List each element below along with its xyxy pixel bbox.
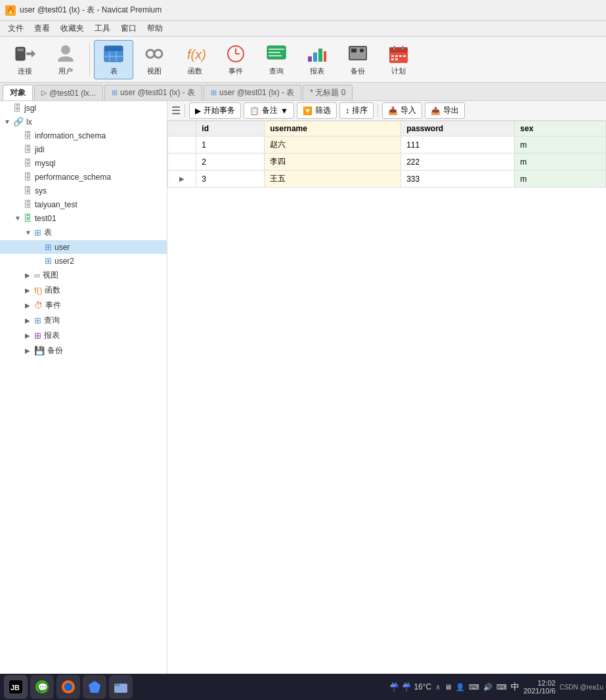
taskbar-firefox[interactable]	[56, 675, 80, 699]
toolbar-function[interactable]: f(x) 函数	[175, 40, 215, 79]
svg-rect-35	[399, 55, 402, 57]
taskbar-lang: 中	[511, 681, 519, 693]
menu-window[interactable]: 窗口	[116, 22, 142, 35]
th-sex[interactable]: sex	[515, 121, 606, 136]
svg-rect-23	[318, 49, 322, 62]
sidebar-item-mysql[interactable]: 🗄 mysql	[0, 156, 167, 170]
sidebar-item-taiyuan-test[interactable]: 🗄 taiyuan_test	[0, 197, 167, 211]
filter-btn[interactable]: 🔽 筛选	[297, 102, 337, 119]
queries-toggle: ▶	[25, 317, 33, 324]
menu-view[interactable]: 查看	[29, 22, 55, 35]
tab-untitled[interactable]: * 无标题 0	[303, 85, 353, 100]
hamburger-menu[interactable]: ☰	[171, 104, 181, 117]
is-label: information_schema	[35, 131, 106, 140]
sidebar-item-events[interactable]: ▶ ⏱ 事件	[0, 298, 167, 313]
svg-point-28	[360, 49, 364, 52]
table-row[interactable]: ▶ 3 王五 333 m	[168, 171, 606, 188]
view-icon	[142, 43, 166, 65]
tab-object[interactable]: 对象	[3, 85, 33, 100]
reports-toggle: ▶	[25, 332, 33, 339]
object-toolbar: ☰ ▶ 开始事务 📋 备注 ▼ 🔽 筛选 ↕ 排序 📥 导入	[167, 101, 606, 121]
sort-btn[interactable]: ↕ 排序	[339, 102, 374, 119]
backup-btn[interactable]: 📋 备注 ▼	[244, 102, 294, 119]
th-username[interactable]: username	[265, 121, 401, 136]
menu-favorites[interactable]: 收藏夹	[55, 22, 89, 35]
table-row[interactable]: 2 李四 222 m	[168, 154, 606, 171]
svg-rect-32	[402, 46, 404, 50]
cell-sex[interactable]: m	[515, 136, 606, 154]
sidebar-item-jidi[interactable]: 🗄 jidi	[0, 142, 167, 156]
taskbar-diamond[interactable]	[83, 675, 106, 699]
sidebar-item-queries[interactable]: ▶ ⊞ 查询	[0, 313, 167, 328]
toolbar-event[interactable]: 事件	[216, 40, 255, 79]
taskbar-folder[interactable]	[109, 675, 133, 699]
menu-tools[interactable]: 工具	[89, 22, 116, 35]
export-label: 导出	[443, 105, 459, 116]
toolbar-query[interactable]: 查询	[257, 40, 296, 79]
export-btn[interactable]: 📤 导出	[425, 102, 465, 119]
sidebar-item-performance-schema[interactable]: 🗄 performance_schema	[0, 170, 167, 184]
toolbar-sep-1	[89, 43, 90, 76]
toolbar-report[interactable]: 报表	[297, 40, 337, 79]
toolbar-schedule[interactable]: 计划	[379, 40, 418, 79]
test01-label: test01	[35, 214, 56, 223]
cell-password[interactable]: 222	[401, 154, 515, 171]
sidebar-item-views[interactable]: ▶ ∞ 视图	[0, 268, 167, 283]
svg-rect-27	[351, 49, 357, 52]
toolbar-backup[interactable]: 备份	[338, 40, 378, 79]
event-label: 事件	[228, 66, 243, 76]
cell-id[interactable]: 2	[196, 154, 265, 171]
toolbar-view[interactable]: 视图	[135, 40, 174, 79]
taskbar-jetbrains[interactable]: JB	[4, 675, 28, 699]
begin-transaction-btn[interactable]: ▶ 开始事务	[189, 102, 241, 119]
cell-username[interactable]: 王五	[265, 171, 401, 188]
cell-id[interactable]: 1	[196, 136, 265, 154]
menu-help[interactable]: 帮助	[142, 22, 168, 35]
schedule-label: 计划	[391, 66, 406, 76]
th-password[interactable]: password	[401, 121, 515, 136]
cell-id[interactable]: 3	[196, 171, 265, 188]
sidebar-item-sys[interactable]: 🗄 sys	[0, 184, 167, 197]
title-text: user @test01 (lx) - 表 - Navicat Premium	[20, 5, 162, 16]
taskbar-keyboard-icon: ⌨	[469, 683, 479, 691]
table-row[interactable]: 1 赵六 111 m	[168, 136, 606, 154]
sidebar-item-backups[interactable]: ▶ 💾 备份	[0, 343, 167, 358]
cell-username[interactable]: 李四	[265, 154, 401, 171]
tt-db-icon: 🗄	[24, 199, 32, 209]
backup-icon	[346, 43, 370, 65]
sidebar-item-functions[interactable]: ▶ f() 函数	[0, 283, 167, 298]
lx-label: lx	[26, 117, 32, 127]
cell-username[interactable]: 赵六	[265, 136, 401, 154]
menu-file[interactable]: 文件	[3, 22, 29, 35]
sidebar-item-jsgl[interactable]: 🗄 jsgl	[0, 101, 167, 115]
sidebar-item-user-table[interactable]: ⊞ user	[0, 240, 167, 254]
sidebar-item-user2-table[interactable]: ⊞ user2	[0, 254, 167, 268]
jidi-label: jidi	[35, 145, 45, 154]
backup-label: 备注	[262, 105, 278, 116]
sidebar-item-tables-group[interactable]: ▼ ⊞ 表	[0, 225, 167, 240]
sidebar-item-reports[interactable]: ▶ ⊞ 报表	[0, 328, 167, 343]
cell-sex[interactable]: m	[515, 154, 606, 171]
events-icon: ⏱	[34, 300, 43, 310]
sidebar-item-lx[interactable]: ▼ 🔗 lx	[0, 115, 167, 129]
backup-icon-small: 📋	[249, 106, 259, 115]
sidebar-item-information-schema[interactable]: 🗄 information_schema	[0, 129, 167, 142]
import-btn[interactable]: 📥 导入	[382, 102, 422, 119]
toolbar-user[interactable]: 用户	[46, 40, 85, 79]
toolbar-table[interactable]: 表	[94, 40, 133, 79]
queries-label: 查询	[44, 315, 60, 326]
taskbar-wechat[interactable]: 💬	[30, 675, 54, 699]
tab-table-user2[interactable]: ⊞ user @test01 (lx) - 表	[204, 85, 301, 100]
th-id[interactable]: id	[196, 121, 265, 136]
cell-sex[interactable]: m	[515, 171, 606, 188]
taskbar-corner: CSDN @rea1u	[559, 684, 603, 691]
cell-password[interactable]: 333	[401, 171, 515, 188]
tab-query1[interactable]: ▷ @test01 (lx...	[34, 85, 103, 100]
jidi-db-icon: 🗄	[24, 144, 32, 154]
tab-table-user[interactable]: ⊞ user @test01 (lx) - 表	[104, 85, 202, 100]
svg-marker-45	[89, 681, 100, 693]
taskbar-volume-icon: 🔊	[483, 683, 492, 691]
cell-password[interactable]: 111	[401, 136, 515, 154]
sidebar-item-test01[interactable]: ▼ 🗄 test01	[0, 211, 167, 225]
toolbar-connect[interactable]: 连接	[5, 40, 45, 79]
